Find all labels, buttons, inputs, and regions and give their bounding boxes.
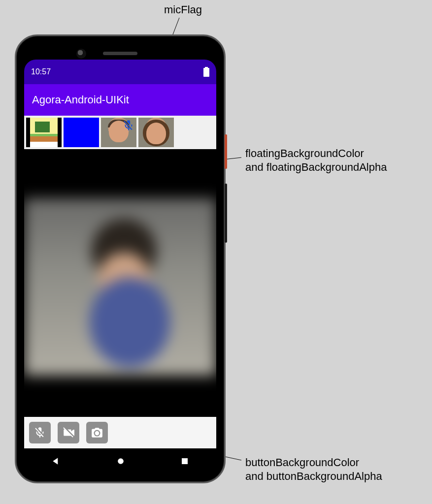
front-camera [76, 49, 86, 59]
annotation-floating-line1: floatingBackgroundColor [245, 147, 364, 159]
svg-rect-7 [203, 68, 209, 77]
mic-toggle-button[interactable] [29, 422, 51, 443]
floating-video-strip [24, 116, 216, 149]
annotation-button-line1: buttonBackgroundColor [245, 456, 359, 469]
floating-tile-1[interactable] [64, 118, 99, 147]
button-bar [24, 417, 216, 448]
battery-icon [203, 67, 209, 77]
svg-rect-6 [205, 67, 208, 68]
annotation-floating-label: floatingBackgroundColor and floatingBack… [245, 147, 387, 174]
android-nav-bar [24, 448, 216, 474]
main-video-feed[interactable] [24, 198, 216, 376]
power-button[interactable] [225, 134, 227, 169]
annotation-floating-line2: and floatingBackgroundAlpha [245, 161, 387, 173]
speaker-grille [103, 52, 137, 55]
switch-camera-button[interactable] [86, 422, 108, 443]
floating-tile-3[interactable] [138, 118, 174, 147]
annotation-button-label: buttonBackgroundColor and buttonBackgrou… [245, 456, 382, 483]
app-title: Agora-Android-UIKit [32, 94, 129, 106]
app-bar: Agora-Android-UIKit [24, 84, 216, 116]
svg-point-8 [118, 458, 124, 464]
floating-tile-2[interactable] [101, 118, 136, 147]
annotation-micflag-label: micFlag [164, 3, 202, 17]
video-toggle-button[interactable] [58, 422, 79, 443]
phone-frame: 10:57 Agora-Android-UIKit [15, 34, 226, 483]
nav-back-button[interactable] [51, 456, 61, 466]
main-video-area [24, 149, 216, 417]
nav-recent-button[interactable] [180, 457, 189, 466]
nav-home-button[interactable] [116, 456, 126, 466]
mic-muted-icon [122, 119, 135, 132]
svg-rect-9 [182, 458, 188, 464]
screen: 10:57 Agora-Android-UIKit [24, 60, 216, 474]
floating-tile-0[interactable] [26, 118, 62, 147]
status-bar: 10:57 [24, 60, 216, 84]
annotation-button-line2: and buttonBackgroundAlpha [245, 470, 382, 482]
clock-text: 10:57 [31, 67, 51, 76]
volume-rocker[interactable] [225, 184, 227, 243]
